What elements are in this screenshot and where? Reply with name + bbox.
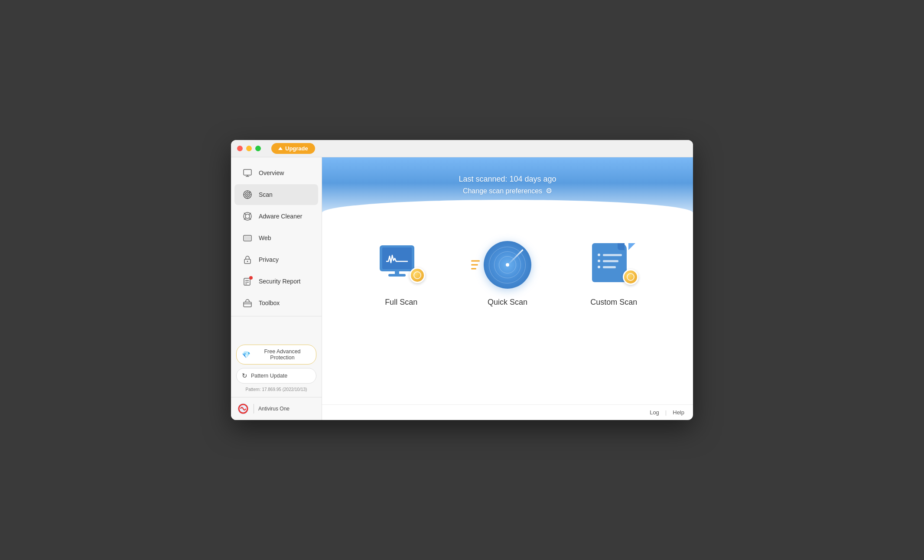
sidebar-label-overview: Overview: [259, 169, 284, 176]
sidebar-label-adware-cleaner: Adware Cleaner: [259, 213, 302, 220]
brand-logo: Antivirus One: [237, 403, 290, 415]
pattern-update-label: Pattern Update: [251, 373, 287, 379]
security-report-icon: [241, 275, 254, 287]
main-footer: Log | Help: [322, 404, 693, 420]
last-scanned-text: Last scanned: 104 days ago: [335, 175, 680, 184]
sidebar-item-privacy[interactable]: Privacy: [234, 249, 318, 270]
scan-header: Last scanned: 104 days ago Change scan p…: [322, 157, 693, 221]
brand-name: Antivirus One: [258, 406, 290, 412]
sidebar-label-toolbox: Toolbox: [259, 300, 280, 306]
sidebar-item-adware-cleaner[interactable]: Adware Cleaner: [234, 206, 318, 227]
free-protection-button[interactable]: 💎 Free Advanced Protection: [236, 345, 316, 365]
quick-scan-option[interactable]: Quick Scan: [471, 234, 544, 311]
main-content: Overview: [231, 157, 693, 420]
sidebar: Overview: [231, 157, 322, 420]
full-scan-option[interactable]: Full Scan: [364, 234, 438, 311]
sidebar-item-overview[interactable]: Overview: [234, 163, 318, 183]
sidebar-label-privacy: Privacy: [259, 256, 279, 263]
custom-scan-illustration: [590, 243, 638, 287]
sidebar-nav: Overview: [231, 157, 322, 339]
gem-icon: 💎: [242, 351, 251, 359]
svg-rect-18: [244, 236, 251, 240]
trend-micro-logo: [237, 403, 249, 415]
file-line-row-2: [598, 260, 622, 262]
svg-point-21: [247, 261, 248, 262]
file-line-1: [603, 254, 622, 256]
custom-scan-label: Custom Scan: [590, 298, 637, 307]
sidebar-label-scan: Scan: [259, 191, 273, 198]
minimize-button[interactable]: [246, 146, 252, 151]
sidebar-item-scan[interactable]: Scan: [234, 184, 318, 205]
sidebar-bottom: 💎 Free Advanced Protection ↻ Pattern Upd…: [231, 339, 322, 397]
notification-dot: [249, 276, 253, 280]
svg-point-19: [245, 235, 246, 236]
help-link[interactable]: Help: [673, 409, 684, 416]
overview-icon: [241, 167, 254, 179]
free-protection-label: Free Advanced Protection: [254, 348, 311, 361]
app-window: Upgrade Overview: [231, 140, 693, 420]
footer-separator: |: [665, 409, 667, 416]
file-corner: [628, 243, 635, 250]
sidebar-item-web[interactable]: Web: [234, 228, 318, 248]
pattern-version: Pattern: 17.869.95 (2022/10/13): [236, 387, 316, 392]
monitor-screen: [382, 247, 412, 269]
monitor-body: [380, 245, 414, 271]
monitor-base: [388, 274, 406, 277]
waveform-svg: [386, 252, 408, 265]
upgrade-button[interactable]: Upgrade: [271, 143, 315, 154]
file-line-row-3: [598, 266, 622, 268]
sidebar-divider: [231, 316, 322, 316]
log-link[interactable]: Log: [650, 409, 659, 416]
brand-divider: [254, 404, 254, 413]
toolbox-icon: [241, 297, 254, 309]
scan-icon: [241, 189, 254, 201]
speed-line-1: [471, 260, 480, 262]
pattern-update-button[interactable]: ↻ Pattern Update: [236, 368, 316, 384]
radar-circle: [484, 241, 531, 289]
sidebar-label-web: Web: [259, 234, 271, 241]
file-bullet-2: [598, 260, 600, 262]
adware-cleaner-icon: [241, 210, 254, 222]
quick-scan-icon-container: [479, 239, 536, 291]
arrow-up-icon: [278, 147, 283, 150]
sidebar-item-security-report[interactable]: Security Report: [234, 271, 318, 292]
refresh-icon: ↻: [242, 372, 247, 380]
sidebar-label-security-report: Security Report: [259, 278, 300, 285]
file-line-3: [603, 266, 616, 268]
svg-rect-0: [244, 169, 251, 175]
web-icon: [241, 232, 254, 244]
full-scan-illustration: [377, 243, 425, 287]
quick-scan-label: Quick Scan: [488, 298, 527, 307]
svg-rect-26: [244, 302, 251, 307]
file-line-2: [603, 260, 618, 262]
file-line-row-1: [598, 254, 622, 256]
radar-center: [506, 263, 509, 267]
scan-options: Full Scan: [322, 221, 693, 404]
close-button[interactable]: [237, 146, 243, 151]
full-scan-label: Full Scan: [385, 298, 417, 307]
gold-badge-full: [410, 267, 425, 283]
custom-scan-option[interactable]: Custom Scan: [577, 234, 651, 311]
file-bullet-3: [598, 266, 600, 268]
change-prefs-link[interactable]: Change scan preferences ⚙: [335, 186, 680, 195]
title-bar: Upgrade: [231, 140, 693, 157]
privacy-icon: [241, 254, 254, 266]
sidebar-item-toolbox[interactable]: Toolbox: [234, 293, 318, 313]
gear-icon: ⚙: [546, 186, 552, 195]
main-area: Last scanned: 104 days ago Change scan p…: [322, 157, 693, 420]
custom-scan-icon-container: [586, 239, 642, 291]
sidebar-footer: Antivirus One: [231, 397, 322, 420]
quick-scan-illustration: [482, 239, 534, 291]
svg-point-5: [247, 194, 248, 195]
file-lines: [598, 254, 622, 268]
speed-lines: [471, 260, 480, 270]
full-scan-icon-container: [373, 239, 429, 291]
speed-line-2: [471, 264, 478, 266]
maximize-button[interactable]: [255, 146, 261, 151]
file-bullet-1: [598, 254, 600, 256]
file-corner-fold: [618, 243, 625, 250]
gold-badge-custom: [623, 269, 638, 285]
speed-line-3: [471, 268, 476, 270]
